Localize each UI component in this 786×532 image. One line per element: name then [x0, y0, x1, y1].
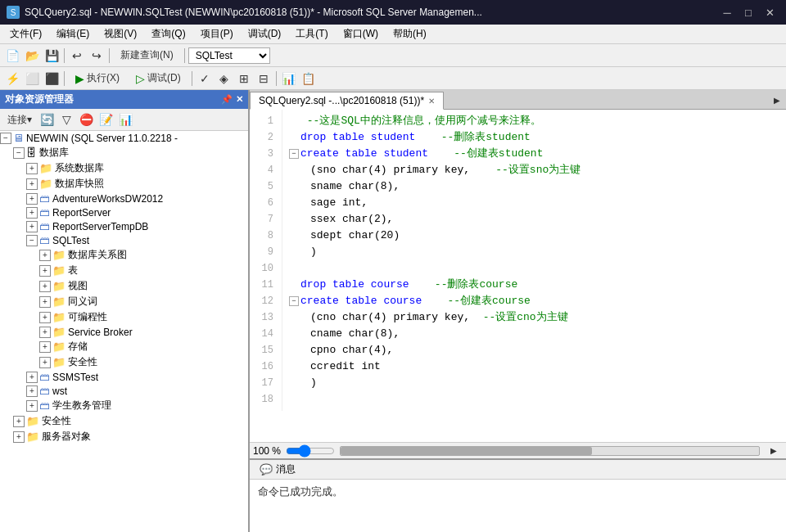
- messages-tab[interactable]: 💬 消息: [253, 462, 302, 477]
- server-expand[interactable]: −: [0, 133, 11, 144]
- menu-item-p[interactable]: 项目(P): [194, 25, 240, 43]
- code-text-13b: --设置cno为主键: [470, 309, 568, 326]
- tables-expand[interactable]: +: [39, 265, 51, 277]
- menu-item-q[interactable]: 查询(Q): [145, 25, 192, 43]
- restore-button[interactable]: □: [739, 4, 758, 20]
- server-objects-expand[interactable]: +: [13, 431, 25, 443]
- ssmstest-expand[interactable]: +: [26, 372, 38, 383]
- tree-system-dbs[interactable]: + 📁 系统数据库: [0, 160, 248, 176]
- database-dropdown[interactable]: SQLTest: [188, 47, 270, 64]
- security-sqltest-expand[interactable]: +: [39, 357, 51, 368]
- db-snapshots-expand[interactable]: +: [26, 178, 38, 190]
- tb2-btn4[interactable]: ◈: [215, 70, 233, 88]
- minimize-button[interactable]: ─: [717, 4, 737, 20]
- code-editor[interactable]: 1 2 3 4 5 6 7 8 9 10 11 12 13 14 15 16 1: [250, 110, 786, 442]
- programmability-expand[interactable]: +: [39, 312, 51, 323]
- oe-pin-icon[interactable]: 📌: [221, 94, 233, 105]
- tree-security-top[interactable]: + 📁 安全性: [0, 413, 248, 429]
- scroll-right-btn[interactable]: ▶: [765, 442, 783, 460]
- new-file-button[interactable]: 📄: [3, 47, 21, 65]
- views-expand[interactable]: +: [39, 281, 51, 292]
- adventureworks-expand[interactable]: +: [26, 193, 38, 205]
- query-tab-close[interactable]: ✕: [428, 97, 435, 106]
- messages-tab-label: 消息: [276, 462, 296, 476]
- new-query-button[interactable]: 新建查询(N): [113, 46, 181, 65]
- app-icon: S: [7, 6, 20, 19]
- oe-new-button[interactable]: 📝: [97, 110, 115, 128]
- tree-wst[interactable]: + 🗃 wst: [0, 384, 248, 398]
- tree-databases[interactable]: − 🗄 数据库: [0, 145, 248, 160]
- service-broker-expand[interactable]: +: [39, 327, 51, 338]
- menu-item-d[interactable]: 调试(D): [242, 25, 288, 43]
- security-top-expand[interactable]: +: [13, 416, 25, 427]
- student-mgmt-expand[interactable]: +: [26, 400, 38, 412]
- tb2-btn6[interactable]: ⊟: [255, 70, 273, 88]
- wst-expand[interactable]: +: [26, 385, 38, 397]
- tb2-btn1[interactable]: ⚡: [3, 70, 21, 88]
- tree-programmability[interactable]: + 📁 可编程性: [0, 309, 248, 325]
- reportserver-expand[interactable]: +: [26, 207, 38, 219]
- tab-scroll-right[interactable]: ▶: [768, 91, 786, 109]
- tree-reportserver[interactable]: + 🗃 ReportServer: [0, 205, 248, 219]
- reportservertemp-expand[interactable]: +: [26, 221, 38, 232]
- tree-server-objects[interactable]: + 📁 服务器对象: [0, 429, 248, 444]
- tree-storage[interactable]: + 📁 存储: [0, 339, 248, 354]
- tree-sqltest[interactable]: − 🗃 SQLTest: [0, 233, 248, 247]
- tree-db-diagrams[interactable]: + 📁 数据库关系图: [0, 247, 248, 263]
- collapse-3[interactable]: −: [289, 149, 299, 159]
- code-text-13a: (cno char(4) primary key,: [310, 309, 470, 326]
- parse-button[interactable]: ✓: [196, 70, 214, 88]
- collapse-12[interactable]: −: [289, 296, 299, 306]
- tb2-btn5[interactable]: ⊞: [235, 70, 253, 88]
- tree-synonyms[interactable]: + 📁 同义词: [0, 294, 248, 309]
- ln-5: 5: [255, 178, 277, 195]
- horizontal-scrollbar[interactable]: [340, 446, 760, 456]
- oe-connect-button[interactable]: 连接▾: [3, 110, 36, 128]
- menu-item-v[interactable]: 视图(V): [97, 25, 143, 43]
- tb2-btn2[interactable]: ⬜: [23, 70, 41, 88]
- code-line-15: cpno char(4),: [289, 342, 779, 358]
- tree-db-snapshots[interactable]: + 📁 数据库快照: [0, 176, 248, 192]
- menu-item-f[interactable]: 文件(F): [3, 25, 48, 43]
- db-diagrams-expand[interactable]: +: [39, 250, 51, 261]
- tree-adventureworks[interactable]: + 🗃 AdventureWorksDW2012: [0, 192, 248, 205]
- redo-button[interactable]: ↪: [88, 47, 106, 65]
- tb2-btn7[interactable]: 📊: [280, 70, 298, 88]
- oe-report-button[interactable]: 📊: [116, 110, 134, 128]
- reportserver-icon: 🗃: [39, 206, 50, 219]
- tb2-btn8[interactable]: 📋: [300, 70, 318, 88]
- tree-service-broker[interactable]: + 📁 Service Broker: [0, 325, 248, 339]
- open-button[interactable]: 📂: [23, 47, 41, 65]
- oe-filter-button[interactable]: ▽: [57, 110, 75, 128]
- storage-expand[interactable]: +: [39, 341, 51, 353]
- synonyms-expand[interactable]: +: [39, 296, 51, 308]
- tb2-btn3[interactable]: ⬛: [43, 70, 61, 88]
- ssmstest-icon: 🗃: [39, 371, 50, 383]
- tree-security-sqltest[interactable]: + 📁 安全性: [0, 354, 248, 370]
- menu-item-e[interactable]: 编辑(E): [50, 25, 96, 43]
- query-tab[interactable]: SQLQuery2.sql -...\pc20160818 (51))* ✕: [250, 92, 444, 110]
- tree-ssmstest[interactable]: + 🗃 SSMSTest: [0, 370, 248, 384]
- tree-views[interactable]: + 📁 视图: [0, 278, 248, 294]
- oe-stop-button[interactable]: ⛔: [77, 110, 95, 128]
- oe-close-icon[interactable]: ✕: [236, 94, 243, 105]
- menu-item-w[interactable]: 窗口(W): [337, 25, 385, 43]
- oe-refresh-button[interactable]: 🔄: [38, 110, 56, 128]
- tree-tables[interactable]: + 📁 表: [0, 263, 248, 278]
- undo-button[interactable]: ↩: [68, 47, 86, 65]
- tree-server[interactable]: − 🖥 NEWWIN (SQL Server 11.0.2218 -: [0, 131, 248, 145]
- menu-item-h[interactable]: 帮助(H): [386, 25, 433, 43]
- execute-button[interactable]: ▶ 执行(X): [68, 69, 127, 88]
- tree-reportservertemp[interactable]: + 🗃 ReportServerTempDB: [0, 219, 248, 233]
- close-button[interactable]: ✕: [760, 4, 779, 20]
- code-line-9: ): [289, 244, 779, 260]
- db-diagrams-icon: 📁: [52, 249, 66, 261]
- sqltest-expand[interactable]: −: [26, 235, 38, 246]
- databases-expand[interactable]: −: [13, 147, 25, 159]
- debug-button[interactable]: ▷ 调试(D): [129, 69, 188, 88]
- save-button[interactable]: 💾: [43, 47, 61, 65]
- zoom-slider[interactable]: [286, 446, 335, 456]
- menu-item-t[interactable]: 工具(T): [289, 25, 334, 43]
- tree-student-mgmt[interactable]: + 🗃 学生教务管理: [0, 398, 248, 413]
- system-dbs-expand[interactable]: +: [26, 163, 38, 174]
